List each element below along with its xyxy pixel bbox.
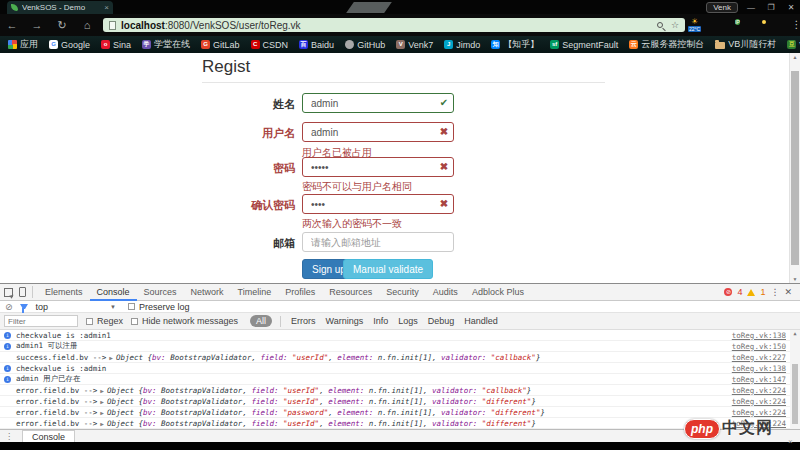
tab-close-icon[interactable]: ×: [104, 3, 109, 12]
devtools-tab-elements[interactable]: Elements: [38, 284, 90, 301]
source-link[interactable]: toReg.vk:224: [732, 397, 786, 406]
scroll-up-icon[interactable]: ▲: [790, 54, 800, 60]
browser-tab[interactable]: VenkSOS - Demo ×: [7, 1, 113, 14]
property-value: "userId": [283, 419, 319, 428]
address-bar[interactable]: localhost:8080/VenkSOS/user/toReg.vk ☆: [103, 18, 685, 32]
source-link[interactable]: toReg.vk:227: [732, 353, 786, 362]
bookmark-item[interactable]: 知【知乎】: [491, 38, 539, 51]
warning-count[interactable]: 1: [760, 287, 765, 297]
bookmark-item[interactable]: sfSegmentFault: [550, 40, 618, 50]
restore-button[interactable]: ❐: [764, 3, 778, 12]
console-scroll-up-icon[interactable]: ▲: [790, 330, 800, 336]
page-scrollbar-thumb[interactable]: [791, 71, 799, 265]
expand-caret-icon[interactable]: ▶: [100, 398, 104, 405]
bookmark-item[interactable]: CCSDN: [251, 40, 289, 50]
console-scrollbar[interactable]: ▲: [790, 330, 800, 429]
hide-network-checkbox[interactable]: [131, 318, 138, 325]
manual-validate-button[interactable]: Manual validate: [343, 259, 433, 279]
object-preview[interactable]: Object {bv: BootstrapValidator, field: "…: [107, 408, 545, 417]
console-filter-all[interactable]: All: [250, 315, 272, 327]
forward-icon[interactable]: →: [29, 14, 45, 36]
bookmark-star-icon[interactable]: ☆: [671, 20, 679, 30]
userid-input[interactable]: [302, 122, 454, 142]
photos-extension-icon[interactable]: [752, 17, 765, 33]
devtools-tab-network[interactable]: Network: [184, 284, 231, 301]
expand-caret-icon[interactable]: ▶: [100, 409, 104, 416]
back-icon[interactable]: ←: [4, 14, 20, 36]
devtools-tab-audits[interactable]: Audits: [426, 284, 465, 301]
console-filter-info[interactable]: Info: [373, 316, 388, 326]
device-toolbar-icon[interactable]: [19, 287, 26, 297]
filter-funnel-icon[interactable]: [20, 304, 28, 309]
expand-caret-icon[interactable]: ▶: [100, 420, 104, 427]
devtools-tab-security[interactable]: Security: [379, 284, 426, 301]
console-filter-logs[interactable]: Logs: [398, 316, 418, 326]
watermark-close-icon[interactable]: ×: [788, 437, 793, 446]
devtools-close-icon[interactable]: ✕: [784, 287, 792, 297]
adblock-extension-icon[interactable]: [772, 17, 785, 33]
reload-icon[interactable]: ↻: [54, 14, 70, 36]
object-preview[interactable]: Object {bv: BootstrapValidator, field: "…: [107, 386, 531, 395]
bookmark-item[interactable]: 应用: [8, 38, 38, 51]
scroll-down-icon[interactable]: ▼: [790, 276, 800, 282]
fullname-input[interactable]: [302, 93, 454, 113]
search-icon[interactable]: [657, 22, 663, 28]
error-count[interactable]: 4: [737, 287, 742, 297]
object-preview[interactable]: Object {bv: BootstrapValidator, field: "…: [107, 419, 536, 428]
minimize-button[interactable]: —: [744, 3, 758, 12]
regex-checkbox[interactable]: [86, 318, 93, 325]
drawer-menu-icon[interactable]: ⋮: [5, 432, 13, 441]
bookmark-item[interactable]: GGitLab: [201, 40, 240, 50]
console-filter-input[interactable]: [4, 315, 78, 327]
expand-caret-icon[interactable]: ▶: [100, 387, 104, 394]
execution-context-select[interactable]: top: [36, 302, 49, 312]
bookmark-item[interactable]: GGoogle: [49, 40, 90, 50]
expand-caret-icon[interactable]: ▶: [109, 354, 113, 361]
devtools-tab-resources[interactable]: Resources: [322, 284, 379, 301]
preserve-log-checkbox[interactable]: [128, 303, 135, 310]
inspect-element-icon[interactable]: [4, 288, 13, 297]
devtools-tab-sources[interactable]: Sources: [137, 284, 184, 301]
bookmark-item[interactable]: 豆Venk007: [787, 40, 800, 50]
console-filter-debug[interactable]: Debug: [428, 316, 455, 326]
close-button[interactable]: ✕: [784, 3, 798, 12]
bookmark-item[interactable]: 学学堂在线: [142, 38, 190, 51]
bookmark-item[interactable]: VVenk7: [396, 40, 433, 50]
chrome-menu-icon[interactable]: ⋮: [790, 17, 800, 33]
devtools-tab-timeline[interactable]: Timeline: [231, 284, 279, 301]
bookmark-item[interactable]: VB川随行村: [715, 38, 776, 51]
console-filter-errors[interactable]: Errors: [291, 316, 316, 326]
clear-console-icon[interactable]: ⊘: [5, 302, 13, 312]
object-preview[interactable]: Object {bv: BootstrapValidator, field: "…: [107, 397, 536, 406]
source-link[interactable]: toReg.vk:138: [732, 364, 786, 373]
email-input[interactable]: [302, 232, 454, 252]
object-preview[interactable]: Object {bv: BootstrapValidator, field: "…: [116, 353, 540, 362]
source-link[interactable]: toReg.vk:150: [732, 342, 786, 351]
source-link[interactable]: toReg.vk:138: [732, 331, 786, 340]
bookmark-item[interactable]: GitHub: [345, 40, 385, 50]
source-link[interactable]: toReg.vk:224: [732, 408, 786, 417]
ip-extension-icon[interactable]: IP: [731, 17, 744, 33]
source-link[interactable]: toReg.vk:147: [732, 375, 786, 384]
console-filter-handled[interactable]: Handled: [464, 316, 498, 326]
blue-extension-icon[interactable]: [710, 17, 723, 33]
bookmark-item[interactable]: oSina: [101, 40, 131, 50]
new-tab-button[interactable]: [346, 2, 392, 13]
bookmark-item[interactable]: JJimdo: [444, 40, 480, 50]
profile-button[interactable]: Venk: [706, 2, 738, 13]
console-filter-warnings[interactable]: Warnings: [326, 316, 364, 326]
source-link[interactable]: toReg.vk:224: [732, 386, 786, 395]
devtools-menu-icon[interactable]: ⋮: [770, 287, 779, 297]
gitlab-icon: G: [201, 40, 210, 49]
devtools-tab-adblock-plus[interactable]: Adblock Plus: [465, 284, 531, 301]
home-icon[interactable]: ⌂: [79, 14, 95, 36]
weather-extension-icon[interactable]: ☀ 22°C: [688, 17, 701, 33]
bookmark-item[interactable]: 云云服务器控制台: [629, 38, 704, 51]
console-scrollbar-thumb[interactable]: [792, 364, 798, 424]
bookmark-item[interactable]: 百Baidu: [299, 40, 334, 50]
devtools-tab-profiles[interactable]: Profiles: [278, 284, 322, 301]
password-input[interactable]: [302, 157, 454, 177]
confirm-password-input[interactable]: [302, 194, 454, 214]
page-scrollbar[interactable]: ▲ ▼: [789, 53, 800, 283]
devtools-tab-console[interactable]: Console: [90, 284, 137, 301]
